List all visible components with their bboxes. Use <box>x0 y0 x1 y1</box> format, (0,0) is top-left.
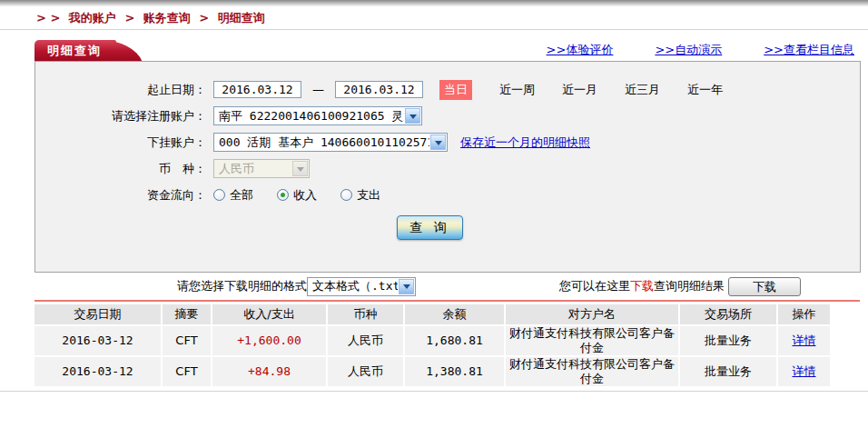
download-format-value: 文本格式（.txt） <box>308 278 398 295</box>
tab-detail-query[interactable]: 明细查询 <box>35 40 116 61</box>
cell-currency: 人民币 <box>328 326 403 355</box>
header-links: >>体验评价 >>自动演示 >>查看栏目信息 <box>547 42 854 58</box>
date-range-label: 起止日期： <box>35 82 206 98</box>
cell-amount: +84.98 <box>212 357 326 386</box>
registered-account-value: 南平 6222001406100921065 灵通卡 <box>214 107 404 124</box>
cell-summary: CFT <box>163 357 211 386</box>
cell-venue: 批量业务 <box>680 357 776 386</box>
col-header-currency: 币种 <box>328 304 403 324</box>
radio-income-checked[interactable] <box>277 189 289 201</box>
dropdown-arrow-icon <box>405 108 420 124</box>
section-header-row: 明细查询 >>体验评价 >>自动演示 >>查看栏目信息 <box>0 35 868 61</box>
download-button[interactable]: 下载 <box>728 277 801 296</box>
currency-row: 币 种： 人民币 <box>35 155 860 182</box>
breadcrumb: > > 我的账户 > 账务查询 > 明细查询 <box>0 6 868 30</box>
download-hint-group: 您可以在这里 下载 查询明细结果 下载 <box>559 277 801 296</box>
download-format-label: 请您选择下载明细的格式 <box>177 278 307 294</box>
breadcrumb-separator: > <box>124 11 134 25</box>
detail-link[interactable]: 详情 <box>793 333 816 347</box>
cell-balance: 1,380.81 <box>405 357 504 386</box>
link-experience-rating[interactable]: >>体验评价 <box>547 42 614 58</box>
col-header-amount: 收入/支出 <box>212 304 326 324</box>
cell-counterparty: 财付通支付科技有限公司客户备付金 <box>506 357 678 386</box>
dropdown-arrow-icon <box>399 279 414 294</box>
sub-account-row: 下挂账户： 000 活期 基本户 1406600101102571848 保存近… <box>35 129 860 155</box>
date-range-row: 起止日期： — 当日 近一周 近一月 近三月 近一年 <box>35 76 860 103</box>
transactions-table: 交易日期 摘要 收入/支出 币种 余额 对方户名 交易场所 操作 2016-03… <box>33 303 832 388</box>
breadcrumb-item-my-account[interactable]: 我的账户 <box>69 11 116 25</box>
table-header-row: 交易日期 摘要 收入/支出 币种 余额 对方户名 交易场所 操作 <box>35 304 830 324</box>
quick-range-year[interactable]: 近一年 <box>687 82 723 98</box>
query-form-panel: 起止日期： — 当日 近一周 近一月 近三月 近一年 请选择注册账户： 南平 6… <box>35 61 861 273</box>
link-auto-demo[interactable]: >>自动演示 <box>655 42 722 58</box>
cell-balance: 1,680.81 <box>405 326 504 355</box>
breadcrumb-separator: > <box>199 11 209 25</box>
cell-summary: CFT <box>163 326 211 355</box>
bottom-divider <box>0 391 868 392</box>
link-view-column-info[interactable]: >>查看栏目信息 <box>764 42 854 58</box>
breadcrumb-item-detail-query[interactable]: 明细查询 <box>218 11 265 25</box>
fund-flow-row: 资金流向： 全部 收入 支出 <box>35 182 860 208</box>
registered-account-label: 请选择注册账户： <box>35 108 206 124</box>
download-hint-prefix: 您可以在这里 <box>559 278 630 294</box>
currency-value: 人民币 <box>214 160 291 177</box>
table-row: 2016-03-12 CFT +84.98 人民币 1,380.81 财付通支付… <box>35 357 830 386</box>
red-divider <box>35 300 860 302</box>
col-header-summary: 摘要 <box>163 304 211 324</box>
cell-currency: 人民币 <box>328 357 403 386</box>
col-header-venue: 交易场所 <box>680 304 776 324</box>
cell-date: 2016-03-12 <box>35 357 161 386</box>
download-format-select[interactable]: 文本格式（.txt） <box>307 277 416 296</box>
currency-label: 币 种： <box>35 161 206 177</box>
start-date-input[interactable] <box>213 81 301 98</box>
sub-account-select[interactable]: 000 活期 基本户 1406600101102571848 <box>213 133 448 152</box>
radio-all[interactable] <box>213 189 225 201</box>
cell-amount: +1,600.00 <box>212 326 326 355</box>
col-header-date: 交易日期 <box>35 304 161 324</box>
sub-account-label: 下挂账户： <box>35 134 206 151</box>
fund-flow-label: 资金流向： <box>35 187 206 204</box>
date-range-dash: — <box>312 83 324 96</box>
registered-account-row: 请选择注册账户： 南平 6222001406100921065 灵通卡 <box>35 103 860 129</box>
dropdown-arrow-icon <box>430 134 446 150</box>
radio-expense[interactable] <box>340 189 352 201</box>
quick-range-today[interactable]: 当日 <box>439 80 472 100</box>
table-row: 2016-03-12 CFT +1,600.00 人民币 1,680.81 财付… <box>35 326 830 355</box>
dropdown-arrow-icon <box>292 161 308 176</box>
end-date-input[interactable] <box>335 81 423 98</box>
download-hint-suffix: 查询明细结果 <box>654 278 725 294</box>
quick-range-month[interactable]: 近一月 <box>562 82 597 98</box>
col-header-counterparty: 对方户名 <box>506 304 678 324</box>
download-bar: 请您选择下载明细的格式 文本格式（.txt） 您可以在这里 下载 查询明细结果 … <box>35 273 859 300</box>
radio-all-label[interactable]: 全部 <box>230 187 253 204</box>
detail-link[interactable]: 详情 <box>793 364 816 378</box>
currency-select-disabled: 人民币 <box>213 159 310 178</box>
cell-venue: 批量业务 <box>680 326 776 355</box>
radio-expense-label[interactable]: 支出 <box>357 187 380 204</box>
sub-account-value: 000 活期 基本户 1406600101102571848 <box>214 134 429 151</box>
fund-flow-options: 全部 收入 支出 <box>213 187 404 204</box>
breadcrumb-chevrons: > > <box>36 11 60 25</box>
quick-range-week[interactable]: 近一周 <box>499 82 535 98</box>
query-button[interactable]: 查 询 <box>397 215 463 240</box>
cell-counterparty: 财付通支付科技有限公司客户备付金 <box>506 326 678 355</box>
registered-account-select[interactable]: 南平 6222001406100921065 灵通卡 <box>213 106 422 125</box>
quick-range-quarter[interactable]: 近三月 <box>625 82 660 98</box>
col-header-action: 操作 <box>778 304 830 324</box>
breadcrumb-item-account-query[interactable]: 账务查询 <box>143 11 191 25</box>
cell-date: 2016-03-12 <box>35 326 161 355</box>
top-gradient-bar <box>0 0 868 6</box>
download-hint-link[interactable]: 下载 <box>630 278 654 294</box>
save-monthly-snapshot-link[interactable]: 保存近一个月的明细快照 <box>460 134 590 151</box>
col-header-balance: 余额 <box>405 304 504 324</box>
radio-income-label[interactable]: 收入 <box>293 187 317 204</box>
